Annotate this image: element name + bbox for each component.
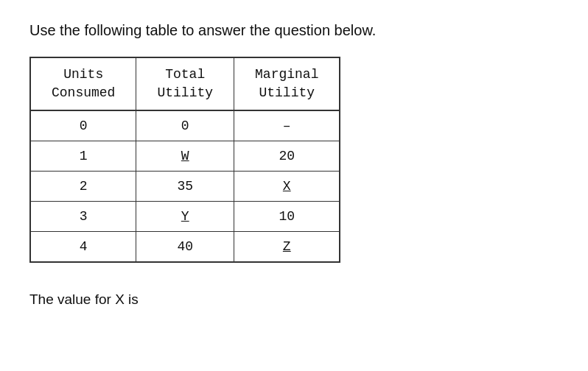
table-header-row: UnitsConsumed TotalUtility MarginalUtili… (30, 57, 340, 110)
utility-table: UnitsConsumed TotalUtility MarginalUtili… (29, 57, 340, 263)
instruction-text: Use the following table to answer the qu… (29, 22, 559, 39)
total-cell: 35 (136, 172, 234, 202)
col-header-units: UnitsConsumed (30, 57, 136, 110)
table-row: 1 W 20 (30, 141, 340, 172)
col-header-total: TotalUtility (136, 57, 234, 110)
units-cell: 4 (30, 232, 136, 263)
table-wrapper: UnitsConsumed TotalUtility MarginalUtili… (29, 57, 340, 263)
marginal-cell: – (234, 110, 340, 141)
marginal-cell: X (234, 172, 340, 202)
total-cell: 0 (136, 110, 234, 141)
total-value-y: Y (181, 209, 189, 224)
units-cell: 3 (30, 202, 136, 232)
total-cell: Y (136, 202, 234, 232)
marginal-cell: Z (234, 232, 340, 263)
units-cell: 1 (30, 141, 136, 172)
marginal-value-z: Z (283, 239, 291, 254)
table-row: 4 40 Z (30, 232, 340, 263)
units-cell: 0 (30, 110, 136, 141)
marginal-value-x: X (283, 179, 291, 194)
marginal-cell: 10 (234, 202, 340, 232)
table-row: 3 Y 10 (30, 202, 340, 232)
table-row: 0 0 – (30, 110, 340, 141)
units-cell: 2 (30, 172, 136, 202)
total-cell: W (136, 141, 234, 172)
table-row: 2 35 X (30, 172, 340, 202)
question-text: The value for X is (29, 292, 559, 308)
total-cell: 40 (136, 232, 234, 263)
total-value-w: W (181, 149, 189, 163)
col-header-marginal: MarginalUtility (234, 57, 340, 110)
marginal-cell: 20 (234, 141, 340, 172)
